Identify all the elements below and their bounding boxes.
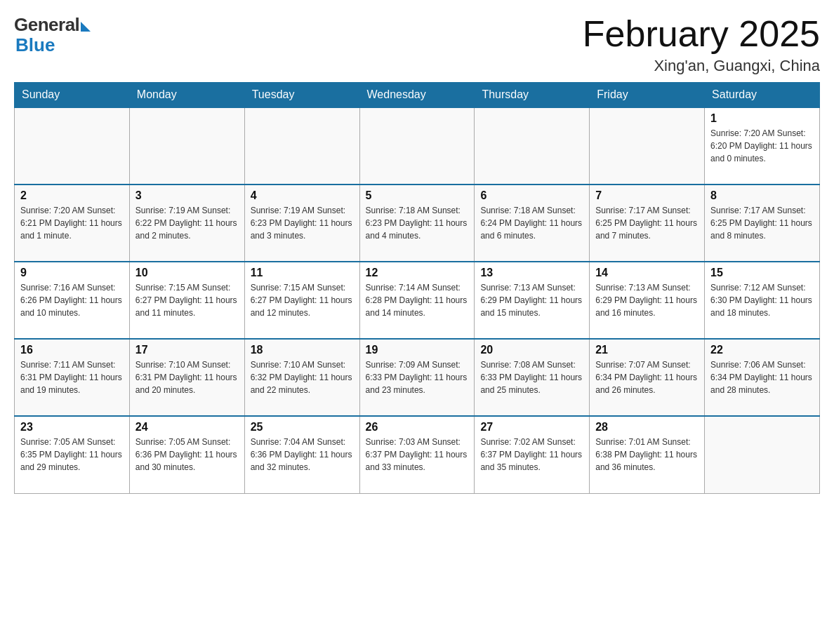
day-number: 5 [366,189,469,202]
day-number: 12 [366,267,469,279]
calendar-week-row: 9Sunrise: 7:16 AM Sunset: 6:26 PM Daylig… [15,262,820,339]
day-info: Sunrise: 7:10 AM Sunset: 6:32 PM Dayligh… [251,358,354,396]
logo-general-text: General [14,14,79,36]
day-info: Sunrise: 7:18 AM Sunset: 6:23 PM Dayligh… [366,204,469,242]
day-info: Sunrise: 7:16 AM Sunset: 6:26 PM Dayligh… [20,281,124,319]
day-number: 25 [251,421,354,434]
weekday-header-sunday: Sunday [15,83,130,108]
calendar-cell: 19Sunrise: 7:09 AM Sunset: 6:33 PM Dayli… [359,339,475,416]
weekday-header-friday: Friday [590,83,705,108]
day-number: 26 [366,421,469,434]
day-number: 3 [135,189,239,202]
logo-blue-text: Blue [15,34,55,56]
day-info: Sunrise: 7:07 AM Sunset: 6:34 PM Dayligh… [595,358,699,396]
calendar-cell: 20Sunrise: 7:08 AM Sunset: 6:33 PM Dayli… [475,339,590,416]
day-info: Sunrise: 7:11 AM Sunset: 6:31 PM Dayligh… [20,358,124,396]
day-info: Sunrise: 7:12 AM Sunset: 6:30 PM Dayligh… [710,281,814,319]
calendar-cell: 7Sunrise: 7:17 AM Sunset: 6:25 PM Daylig… [590,185,705,262]
calendar-cell: 5Sunrise: 7:18 AM Sunset: 6:23 PM Daylig… [359,185,475,262]
calendar-cell: 12Sunrise: 7:14 AM Sunset: 6:28 PM Dayli… [359,262,475,339]
calendar-cell [359,107,475,185]
month-title: February 2025 [583,14,820,54]
weekday-header-thursday: Thursday [475,83,590,108]
day-number: 10 [135,267,239,279]
day-info: Sunrise: 7:14 AM Sunset: 6:28 PM Dayligh… [366,281,469,319]
calendar-cell: 10Sunrise: 7:15 AM Sunset: 6:27 PM Dayli… [129,262,244,339]
day-info: Sunrise: 7:20 AM Sunset: 6:20 PM Dayligh… [710,127,814,165]
calendar-cell: 21Sunrise: 7:07 AM Sunset: 6:34 PM Dayli… [590,339,705,416]
calendar-cell [15,107,130,185]
day-info: Sunrise: 7:15 AM Sunset: 6:27 PM Dayligh… [251,281,354,319]
day-info: Sunrise: 7:18 AM Sunset: 6:24 PM Dayligh… [480,204,583,242]
day-info: Sunrise: 7:19 AM Sunset: 6:22 PM Dayligh… [135,204,239,242]
day-number: 2 [20,189,124,202]
day-number: 13 [480,267,583,279]
calendar-cell: 25Sunrise: 7:04 AM Sunset: 6:36 PM Dayli… [244,416,359,493]
weekday-header-wednesday: Wednesday [359,83,475,108]
day-number: 24 [135,421,239,434]
day-number: 27 [480,421,583,434]
day-info: Sunrise: 7:09 AM Sunset: 6:33 PM Dayligh… [366,358,469,396]
calendar-cell: 3Sunrise: 7:19 AM Sunset: 6:22 PM Daylig… [129,185,244,262]
day-number: 16 [20,344,124,356]
day-info: Sunrise: 7:05 AM Sunset: 6:35 PM Dayligh… [20,436,124,474]
calendar-cell: 13Sunrise: 7:13 AM Sunset: 6:29 PM Dayli… [475,262,590,339]
day-number: 19 [366,344,469,356]
calendar-week-row: 2Sunrise: 7:20 AM Sunset: 6:21 PM Daylig… [15,185,820,262]
day-info: Sunrise: 7:06 AM Sunset: 6:34 PM Dayligh… [710,358,814,396]
day-number: 11 [251,267,354,279]
day-info: Sunrise: 7:19 AM Sunset: 6:23 PM Dayligh… [251,204,354,242]
calendar-cell: 15Sunrise: 7:12 AM Sunset: 6:30 PM Dayli… [705,262,820,339]
calendar-cell: 26Sunrise: 7:03 AM Sunset: 6:37 PM Dayli… [359,416,475,493]
calendar-week-row: 16Sunrise: 7:11 AM Sunset: 6:31 PM Dayli… [15,339,820,416]
calendar-cell [705,416,820,493]
day-number: 20 [480,344,583,356]
calendar-cell [475,107,590,185]
day-number: 21 [595,344,699,356]
day-number: 28 [595,421,699,434]
day-info: Sunrise: 7:13 AM Sunset: 6:29 PM Dayligh… [595,281,699,319]
day-number: 14 [595,267,699,279]
day-info: Sunrise: 7:03 AM Sunset: 6:37 PM Dayligh… [366,436,469,474]
calendar-cell: 27Sunrise: 7:02 AM Sunset: 6:37 PM Dayli… [475,416,590,493]
weekday-header-row: SundayMondayTuesdayWednesdayThursdayFrid… [15,83,820,108]
calendar-cell: 8Sunrise: 7:17 AM Sunset: 6:25 PM Daylig… [705,185,820,262]
day-info: Sunrise: 7:17 AM Sunset: 6:25 PM Dayligh… [595,204,699,242]
calendar-cell [129,107,244,185]
day-number: 7 [595,189,699,202]
location-subtitle: Xing'an, Guangxi, China [583,57,820,75]
calendar-cell [590,107,705,185]
day-info: Sunrise: 7:01 AM Sunset: 6:38 PM Dayligh… [595,436,699,474]
calendar-cell: 23Sunrise: 7:05 AM Sunset: 6:35 PM Dayli… [15,416,130,493]
day-number: 4 [251,189,354,202]
day-info: Sunrise: 7:17 AM Sunset: 6:25 PM Dayligh… [710,204,814,242]
page-header: General Blue February 2025 Xing'an, Guan… [14,14,820,75]
calendar-cell: 4Sunrise: 7:19 AM Sunset: 6:23 PM Daylig… [244,185,359,262]
day-info: Sunrise: 7:13 AM Sunset: 6:29 PM Dayligh… [480,281,583,319]
day-info: Sunrise: 7:04 AM Sunset: 6:36 PM Dayligh… [251,436,354,474]
day-number: 22 [710,344,814,356]
weekday-header-monday: Monday [129,83,244,108]
calendar-cell: 9Sunrise: 7:16 AM Sunset: 6:26 PM Daylig… [15,262,130,339]
day-info: Sunrise: 7:05 AM Sunset: 6:36 PM Dayligh… [135,436,239,474]
calendar-cell: 6Sunrise: 7:18 AM Sunset: 6:24 PM Daylig… [475,185,590,262]
calendar-cell: 28Sunrise: 7:01 AM Sunset: 6:38 PM Dayli… [590,416,705,493]
calendar-cell: 14Sunrise: 7:13 AM Sunset: 6:29 PM Dayli… [590,262,705,339]
calendar-cell [244,107,359,185]
logo: General Blue [14,14,91,56]
calendar-cell: 22Sunrise: 7:06 AM Sunset: 6:34 PM Dayli… [705,339,820,416]
weekday-header-saturday: Saturday [705,83,820,108]
day-info: Sunrise: 7:08 AM Sunset: 6:33 PM Dayligh… [480,358,583,396]
day-number: 18 [251,344,354,356]
calendar-cell: 24Sunrise: 7:05 AM Sunset: 6:36 PM Dayli… [129,416,244,493]
day-number: 23 [20,421,124,434]
calendar-header: SundayMondayTuesdayWednesdayThursdayFrid… [15,83,820,108]
logo-arrow-icon [81,22,91,32]
calendar-table: SundayMondayTuesdayWednesdayThursdayFrid… [14,82,820,494]
day-number: 15 [710,267,814,279]
day-info: Sunrise: 7:20 AM Sunset: 6:21 PM Dayligh… [20,204,124,242]
calendar-week-row: 23Sunrise: 7:05 AM Sunset: 6:35 PM Dayli… [15,416,820,493]
calendar-cell: 16Sunrise: 7:11 AM Sunset: 6:31 PM Dayli… [15,339,130,416]
calendar-cell: 17Sunrise: 7:10 AM Sunset: 6:31 PM Dayli… [129,339,244,416]
weekday-header-tuesday: Tuesday [244,83,359,108]
